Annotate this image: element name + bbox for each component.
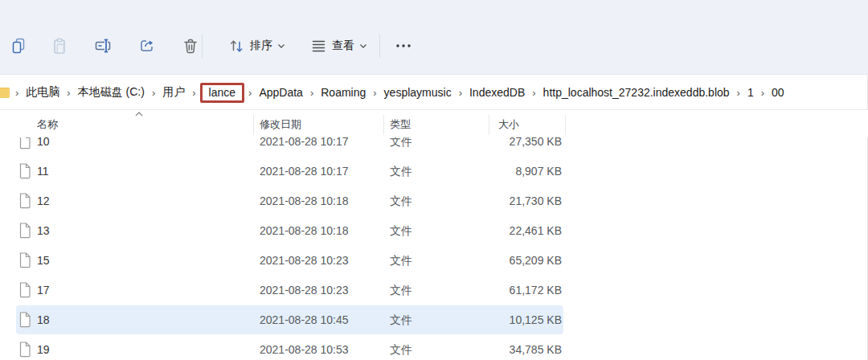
file-date: 2021-08-28 10:18 [260,216,349,245]
column-header-name[interactable]: 名称 [37,117,58,132]
column-divider[interactable] [253,115,254,135]
file-name: 12 [37,186,50,215]
file-type: 文件 [390,157,412,186]
file-name: 15 [37,246,50,275]
column-header-row: 名称 修改日期 类型 大小 [0,110,868,137]
file-name: 17 [37,276,50,305]
file-size: 65,209 KB [510,246,562,275]
file-type: 文件 [390,335,412,360]
file-name: 18 [37,305,50,334]
file-row[interactable]: 12 2021-08-28 10:18 文件 21,730 KB [16,186,563,215]
file-explorer-window: 排序 查看 [0,0,868,360]
file-icon [18,223,31,239]
file-type: 文件 [390,305,412,334]
file-icon [18,342,31,358]
column-divider[interactable] [489,115,489,135]
file-list: 10 2021-08-28 10:17 文件 27,350 KB 11 2021… [0,0,868,360]
file-date: 2021-08-28 10:45 [260,305,349,334]
file-row[interactable]: 17 2021-08-28 10:23 文件 61,172 KB [16,276,563,305]
file-date: 2021-08-28 10:18 [260,186,349,215]
file-date: 2021-08-28 10:53 [260,335,349,360]
file-row[interactable]: 19 2021-08-28 10:53 文件 34,785 KB [16,335,563,360]
column-header-type[interactable]: 类型 [390,117,411,132]
column-divider[interactable] [565,115,566,135]
file-date: 2021-08-28 10:17 [260,157,349,186]
file-icon [18,312,31,328]
file-icon [18,282,31,298]
file-row[interactable]: 13 2021-08-28 10:18 文件 22,461 KB [16,216,563,245]
file-row[interactable]: 15 2021-08-28 10:23 文件 65,209 KB [16,246,563,275]
file-name: 19 [37,335,50,360]
column-header-date-modified[interactable]: 修改日期 [260,117,301,132]
file-icon [18,193,31,209]
file-date: 2021-08-28 10:23 [260,276,349,305]
file-size: 10,125 KB [510,305,562,334]
file-row-selected[interactable]: 18 2021-08-28 10:45 文件 10,125 KB [16,305,563,334]
file-icon [18,163,31,179]
file-type: 文件 [390,186,412,215]
file-size: 61,172 KB [510,276,562,305]
file-icon [18,252,31,268]
file-size: 21,730 KB [510,186,562,215]
column-header-size[interactable]: 大小 [498,117,519,132]
file-type: 文件 [390,276,412,305]
file-name: 13 [37,216,50,245]
file-type: 文件 [390,216,412,245]
file-date: 2021-08-28 10:23 [260,246,349,275]
file-type: 文件 [390,246,412,275]
file-size: 34,785 KB [510,335,562,360]
file-size: 22,461 KB [510,216,562,245]
column-divider[interactable] [383,115,384,135]
file-row[interactable]: 11 2021-08-28 10:17 文件 8,907 KB [16,157,563,186]
file-size: 8,907 KB [515,157,562,186]
file-name: 11 [37,157,49,186]
sort-ascending-icon [134,111,144,117]
